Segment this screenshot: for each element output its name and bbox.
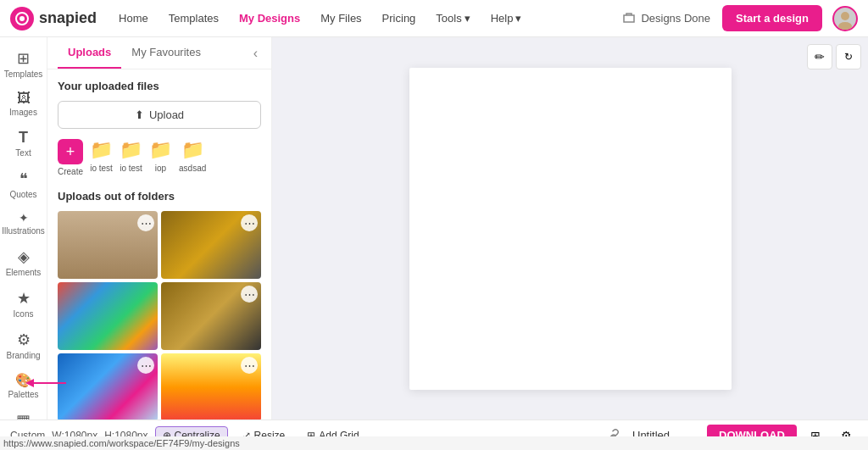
logo-text: snapied	[39, 9, 97, 27]
sidebar-item-quotes[interactable]: ❝ Quotes	[3, 164, 45, 204]
folder-icon: 📁	[120, 139, 142, 161]
nav-templates[interactable]: Templates	[160, 7, 227, 30]
chevron-down-icon: ▾	[515, 12, 521, 25]
out-of-folders-title: Uploads out of folders	[58, 190, 261, 203]
sidebar-item-text[interactable]: T Text	[3, 124, 45, 163]
branding-icon: ⚙	[17, 331, 31, 349]
illustrations-icon: ✦	[19, 211, 29, 225]
folder-grid: + Create 📁 io test 📁 io test 📁 iop 📁	[58, 139, 261, 176]
chevron-down-icon: ▾	[465, 12, 470, 25]
image-more-btn[interactable]: ⋯	[137, 357, 154, 374]
folder-io-test-2[interactable]: 📁 io test	[120, 139, 142, 176]
start-design-button[interactable]: Start a design	[722, 5, 822, 31]
backgrounds-icon: ▦	[16, 411, 31, 419]
uploaded-section-title: Your uploaded files	[58, 80, 261, 92]
nav-my-files[interactable]: My Files	[312, 7, 370, 30]
sidebar-item-elements[interactable]: ◈ Elements	[3, 242, 45, 282]
sidebar-item-backgrounds[interactable]: ▦ Backgrounds	[3, 406, 45, 419]
upload-icon: ⬆	[135, 108, 144, 121]
panel-content: Your uploaded files ⬆ Upload + Create 📁 …	[47, 69, 271, 419]
main-layout: ⊞ Templates 🖼 Images T Text ❝ Quotes ✦ I…	[0, 37, 868, 419]
designs-done-btn[interactable]: Designs Done	[614, 7, 719, 31]
sidebar-item-icons[interactable]: ★ Icons	[3, 284, 45, 324]
sidebar-item-palettes[interactable]: 🎨 Palettes	[3, 367, 45, 404]
icon-sidebar: ⊞ Templates 🖼 Images T Text ❝ Quotes ✦ I…	[0, 37, 47, 419]
folder-asdsad[interactable]: 📁 asdsad	[179, 139, 206, 176]
nav-my-designs[interactable]: My Designs	[231, 7, 309, 30]
nav-help[interactable]: Help ▾	[482, 7, 531, 30]
create-folder-icon: +	[58, 139, 83, 164]
edit-tool-btn[interactable]: ✏	[807, 44, 832, 69]
templates-icon: ⊞	[17, 49, 30, 68]
folder-iop[interactable]: 📁 iop	[149, 139, 172, 176]
text-icon: T	[19, 129, 28, 147]
panel-tabs: Uploads My Favourites ‹	[47, 37, 271, 69]
sidebar-item-illustrations[interactable]: ✦ Illustrations	[3, 206, 45, 241]
image-more-btn[interactable]: ⋯	[241, 214, 258, 231]
avatar[interactable]	[832, 6, 858, 31]
folder-icon: 📁	[149, 139, 172, 161]
folder-icon: 📁	[90, 139, 113, 161]
canvas-white-area[interactable]	[409, 68, 732, 390]
url-bar: https://www.snapied.com/workspace/EF74F9…	[0, 436, 868, 450]
logo-icon	[10, 7, 34, 31]
designs-done-icon	[622, 12, 636, 25]
upload-button[interactable]: ⬆ Upload	[58, 101, 261, 129]
image-more-btn[interactable]: ⋯	[241, 357, 258, 374]
image-brushes[interactable]: ⋯	[161, 211, 261, 279]
svg-point-2	[841, 12, 849, 20]
canvas-tools: ✏ ↻	[807, 44, 861, 69]
image-more-btn[interactable]: ⋯	[241, 286, 258, 303]
sidebar-item-branding[interactable]: ⚙ Branding	[3, 325, 45, 365]
tab-favourites[interactable]: My Favourites	[121, 37, 211, 69]
folder-icon: 📁	[181, 139, 204, 161]
nav-tools[interactable]: Tools ▾	[427, 7, 478, 30]
refresh-tool-btn[interactable]: ↻	[836, 44, 861, 69]
avatar-image	[834, 8, 856, 30]
images-grid: ⋯ ⋯ ⋯ ⋯	[58, 211, 261, 419]
sidebar-item-templates[interactable]: ⊞ Templates	[3, 44, 45, 84]
logo[interactable]: snapied	[10, 7, 97, 31]
canvas-area: ✏ ↻	[272, 37, 868, 419]
image-more-btn[interactable]: ⋯	[137, 214, 154, 231]
tab-uploads[interactable]: Uploads	[58, 37, 121, 69]
elements-icon: ◈	[18, 247, 30, 266]
panel-collapse-btn[interactable]: ‹	[250, 37, 261, 69]
image-person[interactable]: ⋯	[58, 211, 158, 279]
sidebar-item-images[interactable]: 🖼 Images	[3, 86, 45, 122]
star-icon: ★	[17, 289, 31, 308]
folder-create[interactable]: + Create	[58, 139, 83, 176]
image-sticks-brushes[interactable]: ⋯	[161, 282, 261, 350]
top-nav: snapied Home Templates My Designs My Fil…	[0, 0, 868, 37]
image-flame[interactable]: ⋯	[161, 353, 261, 419]
images-icon: 🖼	[17, 91, 31, 106]
svg-point-3	[838, 22, 852, 30]
nav-home[interactable]: Home	[110, 7, 157, 30]
folder-io-test-1[interactable]: 📁 io test	[90, 139, 113, 176]
image-blue-splash[interactable]: ⋯	[58, 353, 158, 419]
palettes-icon: 🎨	[15, 372, 32, 388]
uploads-panel: Uploads My Favourites ‹ Your uploaded fi…	[47, 37, 272, 419]
quotes-icon: ❝	[19, 169, 28, 188]
svg-point-1	[19, 16, 25, 21]
image-colorful-splash[interactable]	[58, 282, 158, 350]
nav-pricing[interactable]: Pricing	[374, 7, 425, 30]
